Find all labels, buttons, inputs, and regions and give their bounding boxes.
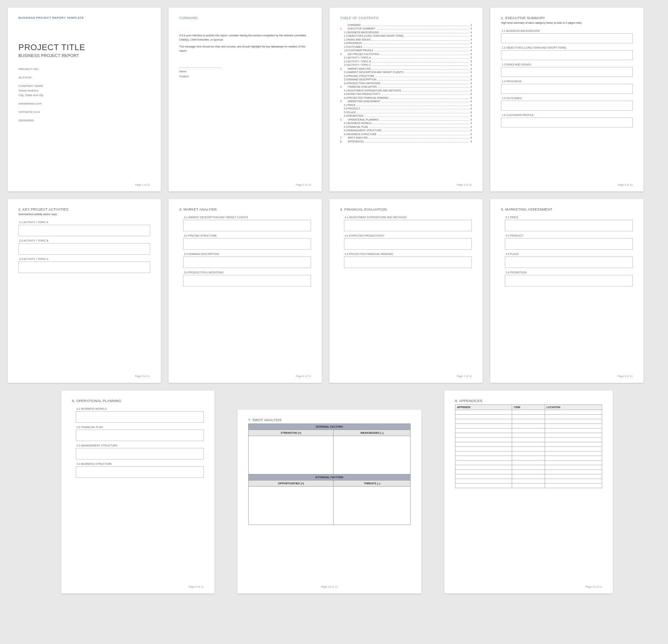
toc-row: 7.SWOT ANALYSIS6	[340, 136, 472, 139]
page-footer: Page 9 of 11	[72, 582, 204, 588]
swot-strengths-cell	[249, 436, 334, 474]
toc-page: 6	[470, 107, 472, 110]
toc-text: CUSTOMER PROFILE	[348, 49, 373, 52]
appendix-cell	[455, 461, 512, 465]
toc-row: 5.2PRODUCT6	[340, 107, 472, 110]
toc-row: 6.4BUSINESS STRUCTURE6	[340, 133, 472, 136]
appendix-cell	[545, 447, 602, 451]
field-box	[501, 67, 633, 77]
appendix-cell	[512, 465, 545, 470]
toc-text: PRICING STRUCTURE	[348, 75, 374, 77]
appendix-row	[455, 424, 602, 428]
subsection-heading: 2.2 ACTIVITY / TOPIC B	[19, 239, 150, 242]
page-footer: Page 1 of 12	[18, 180, 150, 186]
financial-eval-heading: 4. FINANCIAL EVALUATION	[340, 208, 472, 211]
swot-weaknesses-cell	[334, 436, 411, 474]
toc-text: BUSINESS BACKGROUND	[348, 31, 379, 34]
field-box	[183, 238, 311, 250]
appendix-cell	[512, 415, 545, 419]
toc-num: 3.1	[340, 71, 348, 74]
toc-row: 5.MARKETING ASSESSMENT6	[340, 100, 472, 103]
appendix-cell	[455, 415, 512, 419]
toc-row: 3.3DEMAND DESCRIPTION6	[340, 78, 472, 81]
page-9: 6. OPERATIONAL PLANNING 6.1 BUSINESS MOD…	[61, 391, 214, 593]
appendix-cell	[455, 465, 512, 470]
toc-text: ACTIVITY / TOPIC B	[348, 60, 371, 63]
appendix-row	[455, 474, 602, 479]
appendix-cell	[545, 415, 602, 419]
field-box	[501, 101, 633, 111]
subsection-heading: 4.2 EXPECTED PRODUCTIVITY	[345, 234, 472, 237]
page-footer: Page 3 of 12	[340, 180, 472, 186]
toc-row: 2.2ACTIVITY / TOPIC B5	[340, 60, 472, 63]
toc-page: 6	[470, 104, 472, 106]
toc-text: OBJECTIVES (LONG-TERM AND SHORT-TERM)	[348, 34, 403, 37]
toc-dots	[373, 124, 469, 124]
toc-num: 1.2	[340, 34, 348, 37]
appendix-cell	[455, 456, 512, 461]
toc-dots	[365, 142, 469, 142]
appendix-cell	[455, 410, 512, 415]
toc-page: 6	[470, 100, 472, 103]
appendix-cell	[455, 419, 512, 424]
appendix-cell	[455, 424, 512, 428]
appendix-row	[455, 410, 602, 415]
appendix-cell	[512, 442, 545, 447]
appendix-cell	[512, 447, 545, 451]
toc-dots	[380, 55, 470, 55]
appendix-col-header: LOCATION	[545, 405, 602, 410]
page-footer: Page 5 of 11	[18, 372, 150, 378]
appendix-cell	[455, 447, 512, 451]
exec-summary-heading: 1. EXECUTIVE SUMMARY	[501, 16, 633, 20]
toc-dots	[357, 113, 469, 113]
toc-dots	[377, 29, 470, 29]
subsection-heading: 3.1 MARKET DESCRIPTION AND TARGET CLIENT…	[184, 216, 311, 219]
appendix-cell	[545, 479, 602, 484]
field-box	[501, 118, 633, 127]
toc-page: 6	[470, 111, 472, 114]
field-box	[501, 84, 633, 94]
toc-row: 3.1MARKET DESCRIPTION AND TARGET CLIENTS…	[340, 71, 472, 74]
appendix-row	[455, 470, 602, 474]
meta-block: PROJECT NO.: AUTHOR: COMPANY NAME Street…	[18, 63, 150, 123]
field-box	[76, 411, 204, 423]
appendix-cell	[545, 465, 602, 470]
toc-page: 6	[470, 136, 472, 139]
page-7: 4. FINANCIAL EVALUATION 4.1 INVESTMENT E…	[329, 199, 483, 383]
subsection-heading: 3.4 PRODUCTION LIMITATIONS	[184, 271, 311, 274]
toc-text: MARKETING ASSESSMENT	[348, 100, 380, 103]
field-box	[183, 257, 311, 268]
toc-row: 3.4PRODUCTION LIMITATIONS6	[340, 82, 472, 85]
page-1: BUSINESS PROJECT REPORT TEMPLATE PROJECT…	[8, 8, 161, 191]
toc-text: PRODUCT	[348, 107, 360, 110]
subsection-heading: 5.4 PROMOTION	[506, 271, 633, 274]
row-3: 6. OPERATIONAL PLANNING 6.1 BUSINESS MOD…	[8, 391, 660, 593]
field-box	[344, 220, 472, 231]
appendix-cell	[455, 474, 512, 479]
toc-page: 4	[470, 42, 472, 44]
toc-list: FORWARD21.EXECUTIVE SUMMARY41.1BUSINESS …	[340, 23, 472, 144]
appendix-cell	[455, 484, 512, 488]
toc-num: 7.	[340, 136, 348, 139]
name-label: Name	[179, 70, 311, 73]
toc-text: BUSINESS STRUCTURE	[348, 133, 377, 136]
operational-planning-subsections: 6.1 BUSINESS MODELS6.2 FINANCIAL PLAN6.3…	[72, 404, 204, 478]
toc-row: 8.APPENDICES6	[340, 140, 472, 143]
toc-num: 5.2	[340, 107, 348, 110]
toc-num: 8.	[340, 140, 348, 143]
appendices-table: APPENDIXITEMLOCATION	[455, 404, 602, 488]
appendix-cell	[512, 451, 545, 456]
field-box	[76, 466, 204, 478]
page-5: 2. KEY PROJECT ACTIVITIES Summarized act…	[8, 199, 161, 383]
toc-dots	[375, 51, 470, 51]
appendix-cell	[455, 438, 512, 442]
toc-text: SWOT ANALYSIS	[348, 136, 368, 139]
appendix-cell	[545, 433, 602, 438]
forward-p2: The message here should be clear and con…	[179, 45, 311, 53]
toc-row: 2.KEY PROJECT ACTIVITIES5	[340, 53, 472, 56]
toc-text: EXPECTED PRODUCTIVITY	[348, 93, 380, 95]
toc-row: 5.1PRICE6	[340, 104, 472, 107]
appendix-cell	[512, 438, 545, 442]
page-footer: Page 8 of 11	[501, 372, 633, 378]
toc-text: ACTIVITY / TOPIC A	[348, 56, 371, 59]
